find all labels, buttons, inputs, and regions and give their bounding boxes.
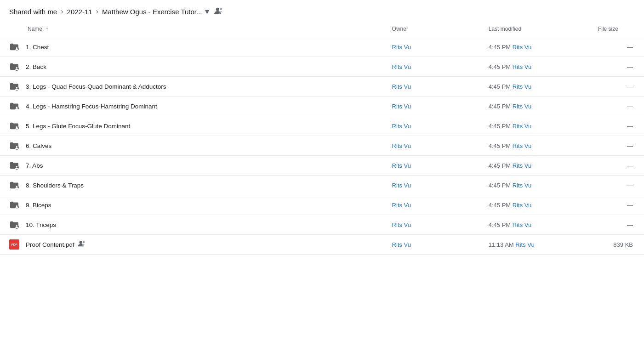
modified-user[interactable]: Rits Vu [513,83,531,90]
modified-time: 4:45 PM [489,103,511,110]
file-name[interactable]: 6. Calves [26,142,51,149]
modified-time: 4:45 PM [489,162,511,169]
modified-cell: 11:13 AM Rits Vu [483,235,593,255]
name-cell: 7. Abs [0,156,387,175]
file-name[interactable]: 10. Triceps [26,221,56,228]
modified-cell: 4:45 PM Rits Vu [483,156,593,176]
modified-cell: 4:45 PM Rits Vu [483,97,593,116]
shared-folder-icon [9,220,19,230]
modified-user[interactable]: Rits Vu [513,202,531,209]
owner-cell[interactable]: Rits Vu [387,97,483,116]
table-row[interactable]: 3. Legs - Quad Focus-Quad Dominant & Add… [0,77,644,97]
modified-user[interactable]: Rits Vu [515,241,534,248]
modified-cell: 4:45 PM Rits Vu [483,215,593,235]
svg-point-5 [16,67,18,69]
table-row[interactable]: 8. Shoulders & TrapsRits Vu4:45 PM Rits … [0,176,644,195]
file-name[interactable]: 3. Legs - Quad Focus-Quad Dominant & Add… [26,83,166,90]
table-row[interactable]: 5. Legs - Glute Focus-Glute DominantRits… [0,116,644,136]
breadcrumb-shared-with-me[interactable]: Shared with me [9,8,57,16]
name-cell: 2. Back [0,57,387,76]
shared-folder-icon [9,200,19,210]
modified-user[interactable]: Rits Vu [513,221,531,228]
table-row[interactable]: 9. BicepsRits Vu4:45 PM Rits Vu— [0,195,644,215]
breadcrumb-dropdown-icon[interactable]: ▾ [205,6,209,17]
modified-user[interactable]: Rits Vu [513,44,531,51]
table-row[interactable]: 6. CalvesRits Vu4:45 PM Rits Vu— [0,136,644,156]
owner-cell[interactable]: Rits Vu [387,176,483,195]
svg-point-21 [16,225,18,227]
modified-user[interactable]: Rits Vu [513,63,531,70]
shared-folder-icon [9,160,19,170]
size-cell: — [593,136,644,156]
owner-cell[interactable]: Rits Vu [387,156,483,176]
modified-user[interactable]: Rits Vu [513,103,531,110]
table-row[interactable]: 2. BackRits Vu4:45 PM Rits Vu— [0,57,644,77]
col-header-name[interactable]: Name ↑ [0,21,387,37]
breadcrumb-folder-name: Matthew Ogus - Exercise Tutor... [102,8,202,16]
modified-time: 4:45 PM [489,44,511,51]
breadcrumb-separator-2: › [96,7,98,16]
owner-cell[interactable]: Rits Vu [387,57,483,77]
modified-user[interactable]: Rits Vu [513,182,531,189]
size-cell: — [593,176,644,195]
file-name[interactable]: 1. Chest [26,44,49,51]
breadcrumb-2022-11[interactable]: 2022-11 [67,8,92,16]
modified-user[interactable]: Rits Vu [513,162,531,169]
file-name[interactable]: 8. Shoulders & Traps [26,182,84,189]
shared-folder-icon [9,141,19,151]
modified-time: 4:45 PM [489,202,511,209]
name-wrapper: 4. Legs - Hamstring Focus-Hamstring Domi… [26,103,157,110]
file-name[interactable]: 7. Abs [26,162,43,169]
svg-point-9 [16,107,18,108]
name-cell: 6. Calves [0,136,387,155]
shared-folder-icon [9,42,19,52]
col-header-size[interactable]: File size [593,21,644,37]
table-row[interactable]: 4. Legs - Hamstring Focus-Hamstring Domi… [0,97,644,116]
size-cell: — [593,97,644,116]
modified-user[interactable]: Rits Vu [513,123,531,130]
modified-time: 4:45 PM [489,142,511,149]
name-wrapper: 2. Back [26,63,46,70]
name-cell: 10. Triceps [0,215,387,234]
file-name[interactable]: 2. Back [26,63,46,70]
table-header-row: Name ↑ Owner Last modified File size [0,21,644,37]
table-row[interactable]: 1. ChestRits Vu4:45 PM Rits Vu— [0,37,644,57]
owner-cell[interactable]: Rits Vu [387,116,483,136]
owner-cell[interactable]: Rits Vu [387,77,483,97]
file-name[interactable]: 5. Legs - Glute Focus-Glute Dominant [26,123,130,130]
shared-folder-icon [9,101,19,111]
svg-point-23 [82,241,85,244]
owner-cell[interactable]: Rits Vu [387,235,483,255]
modified-time: 4:45 PM [489,221,511,228]
shared-folder-icon [9,180,19,190]
name-cell: 4. Legs - Hamstring Focus-Hamstring Domi… [0,97,387,116]
owner-cell[interactable]: Rits Vu [387,37,483,57]
modified-user[interactable]: Rits Vu [513,142,531,149]
file-name[interactable]: 4. Legs - Hamstring Focus-Hamstring Domi… [26,103,157,110]
owner-cell[interactable]: Rits Vu [387,136,483,156]
svg-point-15 [16,166,18,168]
shared-folder-icon [9,121,19,131]
file-name[interactable]: 9. Biceps [26,202,51,209]
modified-cell: 4:45 PM Rits Vu [483,176,593,195]
modified-cell: 4:45 PM Rits Vu [483,57,593,77]
table-row[interactable]: 7. AbsRits Vu4:45 PM Rits Vu— [0,156,644,176]
owner-cell[interactable]: Rits Vu [387,195,483,215]
name-wrapper: Proof Content.pdf [26,240,86,249]
table-row[interactable]: 10. TricepsRits Vu4:45 PM Rits Vu— [0,215,644,235]
size-cell: — [593,77,644,97]
modified-cell: 4:45 PM Rits Vu [483,37,593,57]
file-name[interactable]: Proof Content.pdf [26,241,74,248]
name-cell: PDFProof Content.pdf [0,235,387,254]
name-cell: 5. Legs - Glute Focus-Glute Dominant [0,116,387,136]
svg-point-19 [16,205,18,207]
table-row[interactable]: PDFProof Content.pdf Rits Vu11:13 AM Rit… [0,235,644,255]
svg-point-11 [16,126,18,128]
name-wrapper: 9. Biceps [26,202,51,209]
name-wrapper: 1. Chest [26,44,49,51]
col-header-modified[interactable]: Last modified [483,21,593,37]
col-header-owner[interactable]: Owner [387,21,483,37]
size-cell: 839 KB [593,235,644,255]
shared-folder-icon [9,81,19,91]
owner-cell[interactable]: Rits Vu [387,215,483,235]
